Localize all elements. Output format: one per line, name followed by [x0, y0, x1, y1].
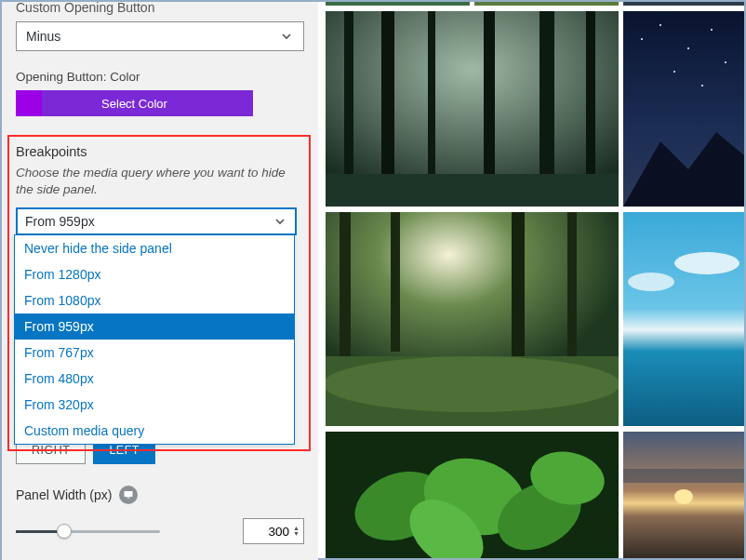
svg-rect-26	[623, 212, 744, 426]
svg-point-14	[711, 29, 713, 31]
svg-rect-9	[326, 174, 619, 207]
custom-opening-select[interactable]: Minus	[16, 21, 304, 51]
svg-rect-37	[623, 469, 744, 483]
svg-point-17	[701, 85, 703, 87]
svg-rect-20	[340, 212, 351, 361]
breakpoints-option[interactable]: Custom media query	[15, 418, 294, 444]
svg-rect-22	[512, 212, 525, 370]
gallery-thumb[interactable]	[326, 212, 619, 426]
gallery-thumb[interactable]	[623, 2, 744, 6]
breakpoints-option[interactable]: From 767px	[15, 340, 294, 366]
svg-point-36	[674, 489, 693, 504]
svg-point-11	[641, 38, 643, 40]
breakpoints-option[interactable]: From 320px	[15, 392, 294, 418]
gallery-thumb[interactable]	[326, 11, 619, 207]
panel-width-slider[interactable]	[16, 522, 160, 540]
panel-width-label: Panel Width (px)	[16, 487, 112, 502]
breakpoints-option-selected[interactable]: From 959px	[15, 313, 294, 340]
gallery-thumb[interactable]	[623, 212, 744, 426]
panel-width-row: Panel Width (px)	[16, 486, 138, 504]
select-color-button[interactable]: Select Color	[16, 90, 253, 116]
gallery-thumb[interactable]	[326, 432, 619, 558]
svg-rect-21	[391, 212, 400, 352]
svg-rect-1	[127, 498, 130, 499]
svg-point-27	[674, 252, 739, 274]
desktop-icon[interactable]	[119, 486, 138, 504]
chevron-down-icon	[273, 214, 287, 229]
number-stepper-icon[interactable]: ▲▼	[293, 526, 300, 537]
gallery-thumb[interactable]	[474, 2, 619, 6]
gallery-thumb[interactable]	[623, 11, 744, 207]
svg-point-28	[628, 273, 674, 291]
panel-width-slider-row: 300 ▲▼	[16, 518, 304, 544]
svg-point-15	[725, 61, 726, 63]
svg-rect-0	[125, 491, 133, 497]
panel-width-input[interactable]: 300 ▲▼	[243, 518, 304, 544]
svg-rect-23	[567, 212, 577, 361]
breakpoints-option[interactable]: From 480px	[15, 366, 294, 392]
svg-point-16	[673, 71, 675, 73]
preview-pane	[318, 2, 744, 558]
gallery-thumb[interactable]	[326, 2, 470, 6]
chevron-down-icon	[279, 29, 294, 44]
breakpoints-selected: From 959px	[25, 214, 95, 229]
opening-color-label: Opening Button: Color	[16, 70, 304, 84]
breakpoints-desc: Choose the media query where you want to…	[16, 165, 304, 198]
slider-thumb[interactable]	[57, 524, 72, 539]
svg-point-12	[659, 24, 661, 26]
gallery-thumb[interactable]	[623, 432, 744, 558]
breakpoints-option[interactable]: Never hide the side panel	[15, 235, 294, 261]
breakpoints-option[interactable]: From 1280px	[15, 261, 294, 287]
custom-opening-value: Minus	[26, 29, 60, 44]
breakpoints-select[interactable]: From 959px	[16, 207, 297, 235]
breakpoints-dropdown: Never hide the side panel From 1280px Fr…	[14, 234, 295, 445]
svg-point-13	[687, 47, 689, 49]
breakpoints-option[interactable]: From 1080px	[15, 287, 294, 313]
svg-point-25	[326, 356, 619, 412]
custom-opening-label: Custom Opening Button	[16, 0, 304, 15]
breakpoints-title: Breakpoints	[16, 144, 304, 159]
